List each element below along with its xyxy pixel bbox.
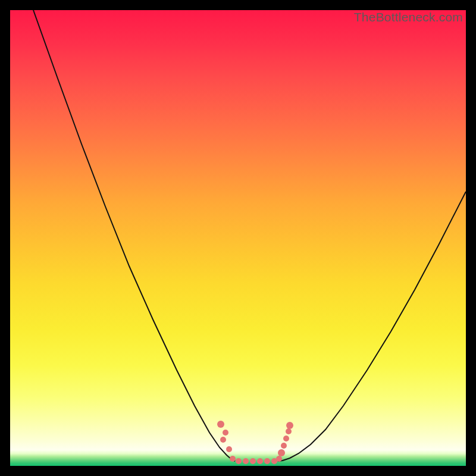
data-marker [264,458,270,464]
data-marker [250,458,256,464]
data-marker [278,449,285,456]
left-curve [33,10,235,461]
data-marker [220,437,226,443]
data-marker [217,421,224,428]
data-marker [243,458,249,464]
data-marker [230,456,236,462]
right-curve [278,192,466,461]
data-marker [286,422,293,429]
data-marker [223,430,228,436]
data-marker [276,456,282,462]
plot-area: TheBottleneck.com [10,10,466,466]
data-marker [281,443,287,449]
data-marker [236,458,242,464]
curve-layer [10,10,466,466]
data-marker [257,458,263,464]
data-marker [283,436,289,441]
data-marker [286,428,292,434]
chart-frame: TheBottleneck.com [0,0,476,476]
data-marker [226,446,232,452]
